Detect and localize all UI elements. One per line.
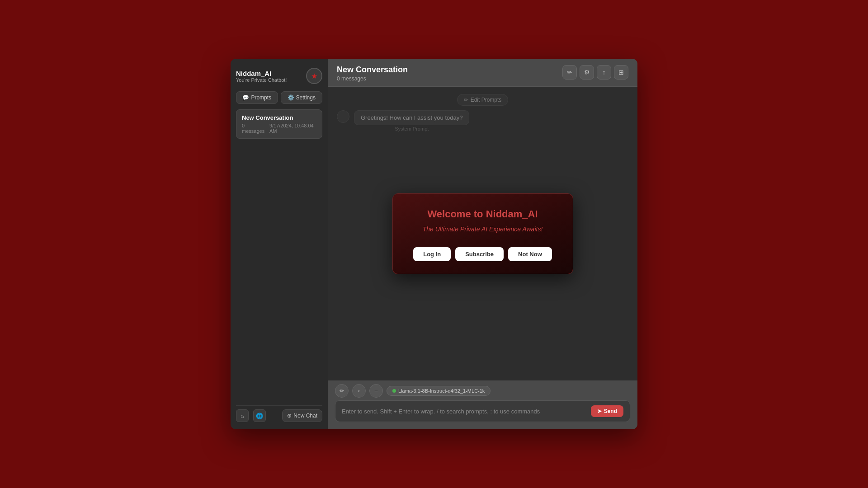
login-button[interactable]: Log In	[413, 247, 451, 261]
modal-overlay: Welcome to Niddam_AI The Ultimate Privat…	[328, 87, 637, 380]
conversation-item[interactable]: New Conversation 0 messages 9/17/2024, 1…	[236, 109, 322, 139]
toolbar-icon-3[interactable]: –	[369, 384, 383, 398]
grid-icon: ⊞	[618, 69, 624, 76]
avatar[interactable]: ★	[306, 68, 322, 84]
modal-buttons: Log In Subscribe Not Now	[413, 247, 552, 261]
main-content: New Conversation 0 messages ✏ ⚙ ↑ ⊞	[328, 59, 637, 429]
send-label: Send	[604, 408, 617, 414]
model-name: Llama-3.1-8B-Instruct-q4f32_1-MLC-1k	[398, 388, 485, 394]
chat-area: ✏ Edit Prompts Greetings! How can I assi…	[328, 87, 637, 380]
footer-icons: ⌂ 🌐	[236, 409, 266, 422]
settings-action-btn[interactable]: ⚙	[580, 65, 594, 80]
chat-input-wrapper: ➤ Send	[335, 400, 630, 422]
modal-subtitle: The Ultimate Private AI Experience Await…	[423, 225, 543, 233]
conv-messages: 0 messages	[242, 123, 266, 134]
prompts-label: Prompts	[251, 94, 271, 101]
page-title: New Conversation	[337, 65, 408, 75]
send-button[interactable]: ➤ Send	[591, 405, 623, 417]
sidebar-nav: 💬 Prompts ⚙️ Settings	[236, 91, 322, 104]
settings-label: Settings	[296, 94, 316, 101]
conv-meta: 0 messages 9/17/2024, 10:48:04 AM	[242, 123, 316, 134]
app-container: Niddam_AI You're Private Chatbot! ★ 💬 Pr…	[231, 59, 637, 429]
model-status-dot	[392, 389, 396, 393]
conv-date: 9/17/2024, 10:48:04 AM	[269, 123, 316, 134]
new-chat-button[interactable]: ⊕ New Chat	[282, 409, 322, 422]
prompts-nav-btn[interactable]: 💬 Prompts	[236, 91, 278, 104]
brand-subtitle: You're Private Chatbot!	[236, 77, 287, 83]
edit-action-btn[interactable]: ✏	[562, 65, 577, 80]
dash-icon: –	[375, 388, 378, 394]
header-actions: ✏ ⚙ ↑ ⊞	[562, 65, 628, 80]
home-icon: ⌂	[241, 413, 244, 419]
sidebar-header: Niddam_AI You're Private Chatbot! ★	[236, 66, 322, 86]
upload-icon: ↑	[603, 69, 606, 76]
model-badge[interactable]: Llama-3.1-8B-Instruct-q4f32_1-MLC-1k	[387, 386, 491, 396]
chat-input[interactable]	[342, 408, 586, 415]
modal-card: Welcome to Niddam_AI The Ultimate Privat…	[392, 193, 573, 274]
pencil-icon: ✏	[567, 69, 572, 76]
modal-title: Welcome to Niddam_AI	[427, 208, 538, 220]
conversation-list: New Conversation 0 messages 9/17/2024, 1…	[236, 109, 322, 400]
chevron-icon: ‹	[358, 388, 360, 394]
sidebar-brand: Niddam_AI You're Private Chatbot!	[236, 70, 287, 83]
subscribe-button[interactable]: Subscribe	[455, 247, 504, 261]
input-area: ➤ Send	[328, 400, 637, 429]
sidebar: Niddam_AI You're Private Chatbot! ★ 💬 Pr…	[231, 59, 328, 429]
sidebar-footer: ⌂ 🌐 ⊕ New Chat	[236, 405, 322, 422]
page-subtitle: 0 messages	[337, 75, 408, 82]
globe-icon: 🌐	[256, 413, 263, 419]
conv-title: New Conversation	[242, 114, 316, 121]
toolbar-icon-2[interactable]: ‹	[352, 384, 366, 398]
pencil-small-icon: ✏	[340, 388, 344, 394]
settings-icon: ⚙️	[288, 94, 294, 101]
send-icon: ➤	[597, 408, 602, 414]
new-chat-label: New Chat	[293, 413, 317, 419]
settings-nav-btn[interactable]: ⚙️ Settings	[281, 91, 323, 104]
prompts-icon: 💬	[242, 94, 249, 101]
footer-icon-btn-1[interactable]: ⌂	[236, 409, 249, 422]
bottom-toolbar: ✏ ‹ – Llama-3.1-8B-Instruct-q4f32_1-MLC-…	[328, 380, 637, 400]
main-header: New Conversation 0 messages ✏ ⚙ ↑ ⊞	[328, 59, 637, 87]
grid-action-btn[interactable]: ⊞	[614, 65, 628, 80]
footer-icon-btn-2[interactable]: 🌐	[253, 409, 266, 422]
not-now-button[interactable]: Not Now	[508, 247, 552, 261]
header-title-group: New Conversation 0 messages	[337, 65, 408, 82]
toolbar-icon-1[interactable]: ✏	[335, 384, 349, 398]
brand-name: Niddam_AI	[236, 70, 287, 77]
avatar-star-icon: ★	[311, 72, 317, 80]
upload-action-btn[interactable]: ↑	[597, 65, 611, 80]
new-chat-plus-icon: ⊕	[287, 413, 292, 419]
gear-icon: ⚙	[584, 69, 590, 76]
